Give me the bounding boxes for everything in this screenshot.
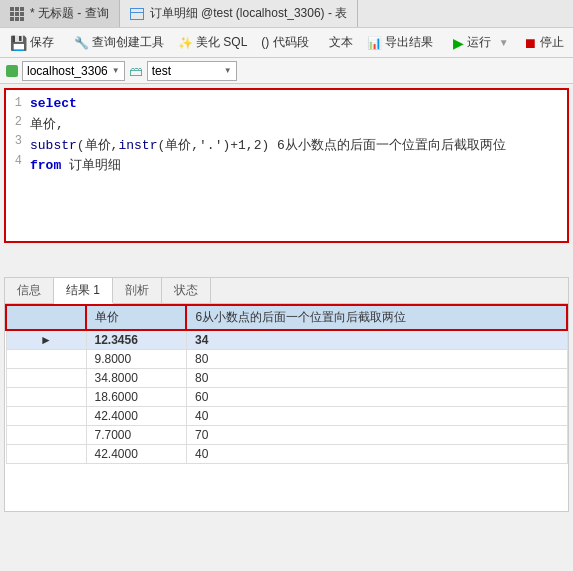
query-builder-icon: 🔧 [74, 36, 89, 50]
table-cell: 70 [186, 426, 567, 445]
code-line-4: from 订单明细 [30, 156, 563, 177]
connection-icon [6, 65, 18, 77]
row-indicator [6, 426, 86, 445]
table-row: 18.600060 [6, 388, 567, 407]
title-bar: * 无标题 - 查询 订单明细 @test (localhost_3306) -… [0, 0, 573, 28]
stop-button[interactable]: ⏹ 停止 [517, 30, 570, 56]
export-label: 导出结果 [385, 34, 433, 51]
beautify-label: 美化 SQL [196, 34, 247, 51]
beautify-icon: ✨ [178, 36, 193, 50]
table-cell: 34.8000 [86, 369, 186, 388]
row-indicator [6, 388, 86, 407]
table-cell: 34 [186, 330, 567, 350]
table-cell: 40 [186, 445, 567, 464]
col-header-desc: 6从小数点的后面一个位置向后截取两位 [186, 305, 567, 330]
query-tab[interactable]: * 无标题 - 查询 [0, 0, 120, 27]
table-row: 9.800080 [6, 350, 567, 369]
table-row: 42.400040 [6, 407, 567, 426]
run-icon: ▶ [453, 35, 464, 51]
host-value: localhost_3306 [27, 64, 108, 78]
tab-result1[interactable]: 结果 1 [54, 278, 113, 304]
tab-info[interactable]: 信息 [5, 278, 54, 303]
sql-editor[interactable]: 1 2 3 4 select 单价, substr(单价,instr(单价,'.… [4, 88, 569, 243]
table-header-row: 单价 6从小数点的后面一个位置向后截取两位 [6, 305, 567, 330]
text-label: 文本 [329, 34, 353, 51]
query-builder-button[interactable]: 🔧 查询创建工具 [68, 30, 170, 56]
run-label: 运行 [467, 34, 491, 51]
code-content[interactable]: select 单价, substr(单价,instr(单价,'.')+1,2) … [30, 94, 563, 237]
row-indicator [6, 407, 86, 426]
table-row: 42.400040 [6, 445, 567, 464]
editor-spacer [0, 247, 573, 277]
table-cell: 80 [186, 350, 567, 369]
code-line-1: select [30, 94, 563, 115]
table-row: 34.800080 [6, 369, 567, 388]
row-indicator [6, 350, 86, 369]
table-row: 7.700070 [6, 426, 567, 445]
table-cell: 7.7000 [86, 426, 186, 445]
table-cell: 12.3456 [86, 330, 186, 350]
database-dropdown[interactable]: test [147, 61, 237, 81]
run-sep: ▼ [499, 37, 509, 48]
text-button[interactable]: 文本 [323, 30, 359, 56]
results-tabs: 信息 结果 1 剖析 状态 [5, 278, 568, 304]
col-header-danjia [6, 305, 86, 330]
table-cell: 42.4000 [86, 445, 186, 464]
tab-status[interactable]: 状态 [162, 278, 211, 303]
table-cell: 9.8000 [86, 350, 186, 369]
beautify-button[interactable]: ✨ 美化 SQL [172, 30, 253, 56]
code-line-2: 单价, [30, 115, 563, 136]
connection-bar: localhost_3306 🗃 test [0, 58, 573, 84]
row-indicator: ► [6, 330, 86, 350]
db-icon: 🗃 [129, 63, 143, 79]
export-icon: 📊 [367, 36, 382, 50]
results-table-wrap: 单价 6从小数点的后面一个位置向后截取两位 ►12.3456349.800080… [5, 304, 568, 511]
code-snippet-label: () 代码段 [261, 34, 308, 51]
table-row: ►12.345634 [6, 330, 567, 350]
toolbar: 💾 保存 🔧 查询创建工具 ✨ 美化 SQL () 代码段 文本 📊 导出结果 … [0, 28, 573, 58]
table-tab-label: 订单明细 @test (localhost_3306) - 表 [150, 5, 348, 22]
code-snippet-button[interactable]: () 代码段 [255, 30, 314, 56]
table-cell: 18.6000 [86, 388, 186, 407]
export-button[interactable]: 📊 导出结果 [361, 30, 439, 56]
code-line-3: substr(单价,instr(单价,'.')+1,2) 6从小数点的后面一个位… [30, 136, 563, 157]
line-numbers: 1 2 3 4 [10, 94, 30, 237]
query-tab-label: * 无标题 - 查询 [30, 5, 109, 22]
query-builder-label: 查询创建工具 [92, 34, 164, 51]
query-icon [10, 7, 24, 21]
host-dropdown[interactable]: localhost_3306 [22, 61, 125, 81]
row-indicator [6, 445, 86, 464]
save-label: 保存 [30, 34, 54, 51]
table-cell: 80 [186, 369, 567, 388]
table-tab[interactable]: 订单明细 @test (localhost_3306) - 表 [120, 0, 359, 27]
save-button[interactable]: 💾 保存 [4, 30, 60, 56]
table-cell: 42.4000 [86, 407, 186, 426]
results-section: 信息 结果 1 剖析 状态 单价 6从小数点的后面一个位置向后截取两位 [4, 277, 569, 512]
run-button[interactable]: ▶ 运行 [447, 30, 497, 56]
table-cell: 40 [186, 407, 567, 426]
col-header-substr: 单价 [86, 305, 186, 330]
save-icon: 💾 [10, 35, 27, 51]
stop-label: 停止 [540, 34, 564, 51]
results-table: 单价 6从小数点的后面一个位置向后截取两位 ►12.3456349.800080… [5, 304, 568, 464]
stop-icon: ⏹ [523, 35, 537, 51]
database-value: test [152, 64, 171, 78]
tab-profiling[interactable]: 剖析 [113, 278, 162, 303]
table-cell: 60 [186, 388, 567, 407]
table-icon [130, 8, 144, 20]
row-indicator [6, 369, 86, 388]
